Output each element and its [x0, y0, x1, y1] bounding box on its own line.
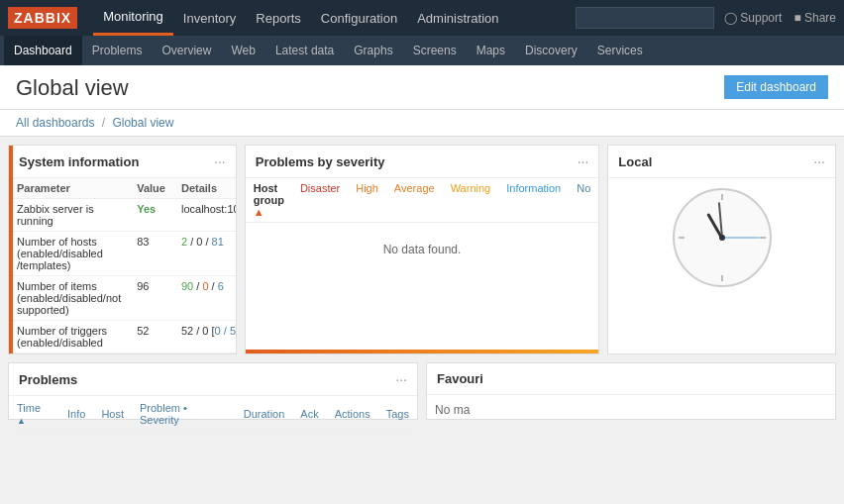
cell-param: Number of hosts(enabled/disabled/templat…	[9, 232, 129, 276]
problems-widget: Problems ··· Time Info Host Problem • Se…	[8, 362, 418, 420]
nav-monitoring[interactable]: Monitoring	[93, 0, 173, 36]
problems-title: Problems	[19, 372, 77, 387]
problems-table-header: Time Info Host Problem • Severity Durati…	[9, 396, 417, 433]
breadcrumb-all-dashboards[interactable]: All dashboards	[16, 116, 94, 130]
col-info[interactable]: Info	[59, 396, 93, 433]
clock-face	[673, 188, 772, 287]
pbsev-col-no[interactable]: No	[577, 182, 590, 218]
cell-details: 2 / 0 / 81	[173, 232, 237, 276]
page-title: Global view	[16, 75, 129, 109]
top-row: System information ··· Parameter Value D…	[8, 145, 836, 354]
pbsev-col-information[interactable]: Information	[506, 182, 561, 218]
cell-value: 52	[129, 321, 173, 353]
sub-nav-graphs[interactable]: Graphs	[344, 36, 402, 65]
col-time[interactable]: Time	[9, 396, 59, 433]
pbsev-col-warning[interactable]: Warning	[451, 182, 491, 218]
col-actions[interactable]: Actions	[327, 396, 378, 433]
support-link[interactable]: ◯ Support	[724, 11, 782, 25]
sub-nav-dashboard[interactable]: Dashboard	[4, 36, 82, 65]
system-info-widget: System information ··· Parameter Value D…	[8, 145, 237, 354]
problems-header: Problems ···	[9, 363, 417, 396]
table-row: Number of hosts(enabled/disabled/templat…	[9, 232, 237, 276]
clock-second-hand	[722, 238, 760, 239]
sub-nav-services[interactable]: Services	[587, 36, 653, 65]
clock-container	[608, 178, 835, 297]
local-clock-title: Local	[618, 154, 652, 169]
bottom-row: Problems ··· Time Info Host Problem • Se…	[8, 362, 836, 420]
sub-nav: Dashboard Problems Overview Web Latest d…	[0, 36, 844, 65]
col-problem-severity[interactable]: Problem • Severity	[132, 396, 236, 433]
logo[interactable]: ZABBIX	[8, 7, 77, 29]
table-row: Zabbix server is running Yes localhost:1…	[9, 199, 237, 232]
share-link[interactable]: ■ Share	[793, 11, 836, 25]
favourites-widget: Favouri No ma	[426, 362, 836, 420]
sub-nav-problems[interactable]: Problems	[82, 36, 153, 65]
pbsev-cols: Host group ▲ Disaster High Average Warni…	[246, 178, 599, 223]
sys-info-title: System information	[19, 154, 139, 169]
sub-nav-screens[interactable]: Screens	[403, 36, 467, 65]
sys-info-menu[interactable]: ···	[214, 153, 226, 169]
pbsev-orange-bar	[246, 350, 599, 353]
cell-details: 90 / 0 / 6	[173, 276, 237, 321]
col-tags[interactable]: Tags	[378, 396, 417, 433]
fav-no-maps: No ma	[435, 403, 470, 417]
pbsev-col-high[interactable]: High	[356, 182, 378, 218]
col-ack[interactable]: Ack	[292, 396, 326, 433]
pbsev-no-data: No data found.	[246, 223, 599, 276]
sys-info-table: Parameter Value Details Zabbix server is…	[9, 178, 237, 353]
sub-nav-maps[interactable]: Maps	[467, 36, 515, 65]
table-row: Number of items(enabled/disabled/notsupp…	[9, 276, 237, 321]
search-input[interactable]	[576, 7, 714, 29]
col-duration[interactable]: Duration	[236, 396, 293, 433]
table-row: Number of triggers(enabled/disabled 52 5…	[9, 321, 237, 353]
nav-inventory[interactable]: Inventory	[173, 0, 246, 36]
nav-configuration[interactable]: Configuration	[311, 0, 407, 36]
cell-param: Number of items(enabled/disabled/notsupp…	[9, 276, 129, 321]
problems-menu[interactable]: ···	[395, 371, 407, 387]
sub-nav-overview[interactable]: Overview	[152, 36, 221, 65]
nav-reports[interactable]: Reports	[246, 0, 311, 36]
pbsev-col-hostgroup[interactable]: Host group ▲	[254, 182, 284, 218]
fav-title: Favouri	[437, 371, 483, 386]
pbsev-menu[interactable]: ···	[578, 153, 589, 169]
pbsev-header: Problems by severity ···	[246, 146, 599, 178]
pbsev-col-average[interactable]: Average	[394, 182, 435, 218]
top-nav: ZABBIX Monitoring Inventory Reports Conf…	[0, 0, 844, 36]
problems-table: Time Info Host Problem • Severity Durati…	[9, 396, 417, 433]
accent-bar	[9, 146, 13, 353]
col-details: Details	[173, 178, 237, 199]
local-clock-widget: Local ···	[607, 145, 836, 354]
cell-param: Zabbix server is running	[9, 199, 129, 232]
nav-search-area: ◯ Support ■ Share	[576, 7, 836, 29]
breadcrumb-current[interactable]: Global view	[112, 116, 173, 130]
sys-info-header: System information ···	[9, 146, 236, 178]
col-parameter: Parameter	[9, 178, 129, 199]
pbsev-title: Problems by severity	[256, 154, 385, 169]
edit-dashboard-button[interactable]: Edit dashboard	[724, 75, 828, 99]
fav-content: No ma	[427, 395, 835, 425]
sub-nav-discovery[interactable]: Discovery	[515, 36, 587, 65]
fav-header: Favouri	[427, 363, 835, 395]
cell-details: localhost:10051	[173, 199, 237, 232]
local-clock-header: Local ···	[608, 146, 835, 178]
nav-administration[interactable]: Administration	[407, 0, 508, 36]
cell-value: 96	[129, 276, 173, 321]
top-nav-right: ◯ Support ■ Share	[724, 11, 836, 25]
sub-nav-web[interactable]: Web	[221, 36, 264, 65]
cell-details: 52 / 0 [0 / 52]	[173, 321, 237, 353]
breadcrumb: All dashboards / Global view	[0, 110, 844, 137]
pbsev-col-disaster[interactable]: Disaster	[300, 182, 340, 218]
page-header: Global view Edit dashboard	[0, 65, 844, 110]
sub-nav-latest-data[interactable]: Latest data	[265, 36, 344, 65]
col-value: Value	[129, 178, 173, 199]
cell-value: 83	[129, 232, 173, 276]
dashboard: System information ··· Parameter Value D…	[0, 137, 844, 428]
col-host[interactable]: Host	[93, 396, 132, 433]
problems-by-severity-widget: Problems by severity ··· Host group ▲ Di…	[245, 145, 600, 354]
breadcrumb-separator: /	[102, 116, 105, 130]
clock-center	[719, 235, 725, 241]
cell-param: Number of triggers(enabled/disabled	[9, 321, 129, 353]
local-clock-menu[interactable]: ···	[813, 153, 825, 169]
cell-value: Yes	[129, 199, 173, 232]
